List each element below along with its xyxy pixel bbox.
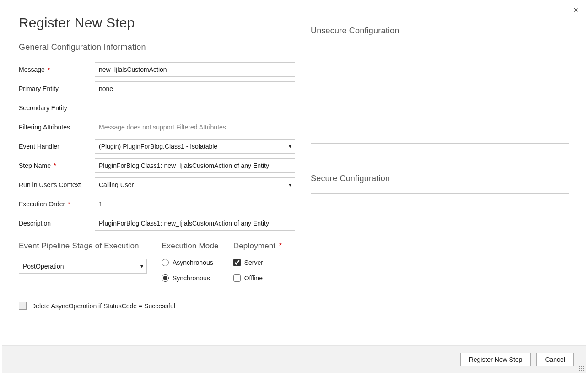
label-step-name: Step Name *: [19, 162, 95, 169]
secure-heading: Secure Configuration: [311, 174, 569, 183]
close-icon[interactable]: ×: [571, 5, 581, 15]
resize-grip-icon[interactable]: [579, 366, 584, 371]
deployment-heading: Deployment *: [233, 242, 282, 251]
secondary-entity-input[interactable]: [95, 101, 295, 115]
register-step-dialog: × Register New Step General Configuratio…: [2, 2, 586, 373]
cancel-button[interactable]: Cancel: [536, 353, 574, 366]
label-secondary-entity: Secondary Entity: [19, 104, 95, 112]
register-new-step-button[interactable]: Register New Step: [460, 353, 531, 366]
lower-group: Event Pipeline Stage of Execution ▾ Exec…: [19, 242, 295, 290]
secure-config-textarea[interactable]: [311, 193, 569, 291]
step-name-input[interactable]: [95, 158, 295, 173]
pipeline-heading: Event Pipeline Stage of Execution: [19, 242, 147, 251]
offline-checkbox[interactable]: [233, 274, 241, 282]
label-user-context: Run in User's Context: [19, 181, 95, 188]
general-heading: General Configuration Information: [19, 43, 295, 52]
delete-async-label: Delete AsyncOperation if StatusCode = Su…: [31, 302, 175, 310]
event-handler-select[interactable]: [95, 139, 295, 154]
dialog-footer: Register New Step Cancel: [2, 345, 586, 373]
delete-async-checkbox[interactable]: [19, 302, 27, 310]
left-column: Register New Step General Configuration …: [19, 15, 295, 341]
synchronous-label: Synchronous: [173, 274, 210, 282]
label-filtering-attributes: Filtering Attributes: [19, 124, 95, 131]
description-input[interactable]: [95, 216, 295, 231]
unsecure-config-textarea[interactable]: [311, 46, 569, 144]
filtering-attributes-input: [95, 120, 295, 134]
synchronous-radio[interactable]: [162, 274, 169, 282]
asynchronous-label: Asynchronous: [173, 259, 213, 266]
server-checkbox[interactable]: [233, 259, 241, 266]
dialog-title: Register New Step: [19, 15, 295, 31]
dialog-content: Register New Step General Configuration …: [2, 2, 586, 345]
offline-label: Offline: [244, 274, 263, 282]
message-input[interactable]: [95, 62, 295, 77]
user-context-select[interactable]: [95, 177, 295, 192]
label-execution-order: Execution Order *: [19, 200, 95, 208]
execution-order-input[interactable]: [95, 197, 295, 211]
label-message: Message *: [19, 66, 95, 73]
delete-async-row: Delete AsyncOperation if StatusCode = Su…: [19, 302, 295, 310]
unsecure-heading: Unsecure Configuration: [311, 26, 569, 36]
label-event-handler: Event Handler: [19, 143, 95, 150]
label-primary-entity: Primary Entity: [19, 85, 95, 92]
execution-mode-heading: Execution Mode: [162, 242, 219, 251]
right-column: Unsecure Configuration Secure Configurat…: [311, 15, 569, 341]
asynchronous-radio[interactable]: [162, 259, 169, 266]
primary-entity-input[interactable]: [95, 81, 295, 96]
pipeline-stage-select[interactable]: [19, 259, 147, 274]
label-description: Description: [19, 220, 95, 227]
server-label: Server: [244, 259, 263, 266]
